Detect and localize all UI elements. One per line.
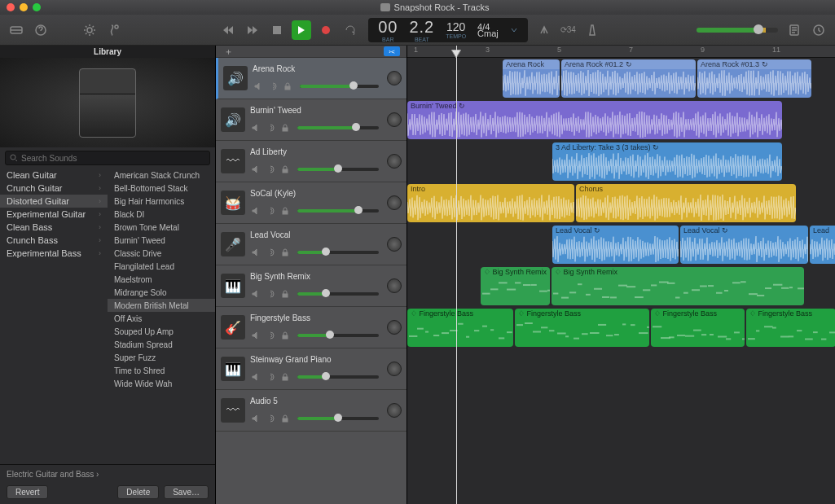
library-category[interactable]: Clean Bass› — [0, 221, 108, 234]
library-patch[interactable]: Super Fuzz — [108, 351, 215, 364]
library-toggle[interactable] — [8, 22, 24, 38]
lock-button[interactable] — [279, 371, 291, 383]
library-patch[interactable]: Modern British Metal — [108, 299, 215, 312]
mute-button[interactable] — [250, 122, 261, 134]
smart-controls-toggle[interactable]: ›< — [384, 46, 400, 56]
record-button[interactable] — [316, 20, 336, 40]
library-category[interactable]: Distorted Guitar› — [0, 195, 108, 208]
cycle-button[interactable] — [341, 20, 360, 40]
volume-slider[interactable] — [297, 126, 379, 129]
volume-slider[interactable] — [300, 85, 379, 88]
rewind-button[interactable] — [218, 20, 238, 40]
mute-button[interactable] — [250, 247, 261, 258]
smart-controls-icon[interactable] — [81, 22, 98, 38]
editors-icon[interactable] — [106, 22, 122, 38]
track-header[interactable]: 〰 Ad Liberty — [216, 141, 407, 182]
lock-button[interactable] — [282, 81, 293, 92]
solo-button[interactable] — [265, 122, 276, 134]
metronome-icon[interactable] — [584, 22, 600, 38]
pan-knob[interactable] — [387, 403, 402, 418]
mute-button[interactable] — [253, 81, 264, 92]
region[interactable]: Chorus — [576, 184, 796, 222]
region[interactable]: Lead Vocal ↻ — [552, 226, 679, 264]
volume-slider[interactable] — [297, 209, 379, 213]
region[interactable]: ♢ Big Synth Remix — [552, 267, 804, 305]
track-header[interactable]: 🎹 Steinway Grand Piano — [216, 348, 407, 390]
mute-button[interactable] — [250, 288, 261, 300]
library-patch[interactable]: Midrange Solo — [108, 286, 215, 299]
solo-button[interactable] — [265, 371, 276, 383]
solo-button[interactable] — [265, 247, 276, 258]
pan-knob[interactable] — [387, 154, 402, 169]
pan-knob[interactable] — [387, 320, 402, 335]
timeline[interactable]: 1357911 Arena Rock Arena Rock #01.2 ↻ Ar… — [407, 46, 835, 504]
track-header[interactable]: 🔊 Burnin' Tweed — [216, 99, 407, 141]
library-category[interactable]: Experimental Bass› — [0, 247, 108, 260]
region[interactable]: Burnin' Tweed ↻ — [407, 101, 782, 139]
track-header[interactable]: 🎸 Fingerstyle Bass — [216, 307, 407, 348]
lcd-display[interactable]: 00BAR 2.2BEAT 120TEMPO 4/4Cmaj — [368, 18, 528, 42]
save-button[interactable]: Save… — [164, 485, 209, 499]
library-patch[interactable]: Off Axis — [108, 312, 215, 325]
pan-knob[interactable] — [387, 112, 402, 127]
solo-button[interactable] — [265, 330, 276, 341]
region[interactable]: Lead — [810, 226, 835, 264]
region[interactable]: 3 Ad Liberty: Take 3 (3 takes) ↻ — [552, 142, 782, 181]
region[interactable]: ♢ Fingerstyle Bass — [407, 309, 513, 347]
play-button[interactable] — [292, 20, 311, 40]
ruler[interactable]: 1357911 — [407, 46, 835, 58]
library-patch[interactable]: Maelstrom — [108, 273, 215, 286]
library-patch[interactable]: Big Hair Harmonics — [108, 195, 215, 208]
pan-knob[interactable] — [387, 71, 402, 85]
volume-slider[interactable] — [297, 292, 379, 296]
library-patch[interactable]: Souped Up Amp — [108, 325, 215, 338]
library-patch[interactable]: Wide Wide Wah — [108, 377, 215, 390]
track-header[interactable]: 🔊 Arena Rock — [216, 58, 407, 99]
close-window[interactable] — [7, 3, 15, 11]
library-patch[interactable]: Stadium Spread — [108, 338, 215, 351]
volume-slider[interactable] — [297, 417, 379, 420]
add-track-button[interactable]: ＋ — [222, 46, 234, 57]
library-category[interactable]: Clean Guitar› — [0, 169, 108, 182]
library-patch[interactable]: Time to Shred — [108, 364, 215, 377]
library-patch[interactable]: Bell-Bottomed Stack — [108, 182, 215, 195]
library-patch[interactable]: Black DI — [108, 208, 215, 221]
library-patch[interactable]: Burnin' Tweed — [108, 234, 215, 247]
chevron-down-icon[interactable] — [510, 26, 518, 34]
track-header[interactable]: 〰 Audio 5 — [216, 390, 407, 432]
zoom-window[interactable] — [33, 3, 41, 11]
library-path[interactable]: Electric Guitar and Bass › — [7, 470, 209, 479]
volume-slider[interactable] — [297, 251, 379, 254]
region[interactable]: Arena Rock — [503, 59, 560, 98]
region[interactable]: ♢ Fingerstyle Bass — [651, 309, 745, 347]
library-category[interactable]: Crunch Bass› — [0, 234, 108, 247]
solo-button[interactable] — [265, 164, 276, 175]
library-patch[interactable]: Flangilated Lead — [108, 260, 215, 273]
region[interactable]: Arena Rock #01.2 ↻ — [561, 59, 696, 98]
solo-button[interactable] — [267, 81, 279, 92]
solo-button[interactable] — [265, 205, 276, 217]
mute-button[interactable] — [250, 413, 261, 424]
pan-knob[interactable] — [387, 362, 402, 376]
mute-button[interactable] — [250, 205, 261, 217]
stop-button[interactable] — [267, 20, 287, 40]
revert-button[interactable]: Revert — [7, 485, 48, 499]
volume-slider[interactable] — [297, 375, 379, 379]
pan-knob[interactable] — [387, 278, 402, 293]
volume-slider[interactable] — [297, 168, 379, 171]
mute-button[interactable] — [250, 164, 261, 175]
lock-button[interactable] — [279, 247, 291, 258]
pan-knob[interactable] — [387, 195, 402, 210]
library-patch[interactable]: Classic Drive — [108, 247, 215, 260]
playhead[interactable] — [456, 46, 457, 504]
search-input[interactable] — [21, 154, 205, 163]
minimize-window[interactable] — [20, 3, 28, 11]
library-category[interactable]: Crunch Guitar› — [0, 182, 108, 195]
tuner-icon[interactable] — [536, 22, 552, 38]
lock-button[interactable] — [279, 413, 291, 424]
notepad-icon[interactable] — [786, 22, 802, 38]
lock-button[interactable] — [279, 164, 291, 175]
track-header[interactable]: 🥁 SoCal (Kyle) — [216, 182, 407, 224]
forward-button[interactable] — [243, 20, 262, 40]
track-header[interactable]: 🎤 Lead Vocal — [216, 224, 407, 265]
